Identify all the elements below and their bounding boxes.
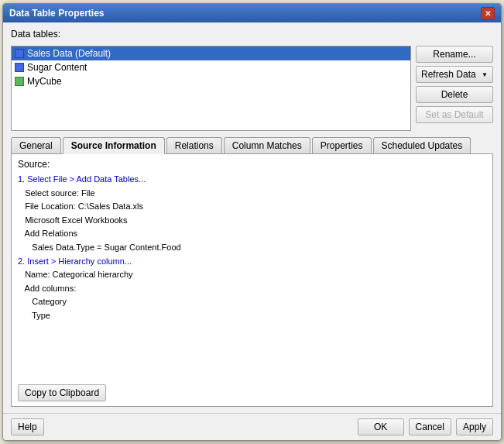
source-line: Type [18,309,486,323]
source-text-area: 1. Select File > Add Data Tables... Sele… [18,173,486,380]
list-item[interactable]: Sales Data (Default) [12,46,410,60]
dialog-title: Data Table Properties [9,8,104,19]
list-item-label: Sugar Content [27,62,87,73]
tab-column-matches[interactable]: Column Matches [224,137,310,153]
source-line: Category [18,295,486,309]
tabs-container: General Source Information Relations Col… [11,137,493,154]
title-bar: Data Table Properties ✕ [3,4,501,22]
list-item-label: Sales Data (Default) [27,48,111,59]
cancel-button[interactable]: Cancel [409,418,451,435]
tab-properties[interactable]: Properties [312,137,372,153]
list-item[interactable]: MyCube [12,74,410,88]
footer-right-buttons: OK Cancel Apply [358,418,493,435]
source-line: Add columns: [18,282,486,296]
refresh-data-button[interactable]: Refresh Data ▼ [416,66,493,83]
apply-button[interactable]: Apply [456,418,493,435]
tab-source-information[interactable]: Source Information [63,137,165,154]
dialog-window: Data Table Properties ✕ Data tables: Sal… [2,3,502,441]
data-tables-area: Sales Data (Default) Sugar Content MyCub… [11,46,493,131]
ok-button[interactable]: OK [358,418,404,435]
tab-relations[interactable]: Relations [166,137,222,153]
source-line: Select source: File [18,187,486,201]
source-line: File Location: C:\Sales Data.xls [18,200,486,214]
rename-button[interactable]: Rename... [416,46,493,63]
table-action-buttons: Rename... Refresh Data ▼ Delete Set as D… [416,46,493,131]
source-line: Name: Categorical hierarchy [18,268,486,282]
dropdown-arrow-icon: ▼ [482,71,488,78]
source-line: Microsoft Excel Workbooks [18,214,486,228]
copy-btn-row: Copy to Clipboard [18,384,486,401]
tabs-wrapper: General Source Information Relations Col… [11,136,493,407]
list-item[interactable]: Sugar Content [12,60,410,74]
help-button[interactable]: Help [11,418,44,435]
delete-button[interactable]: Delete [416,86,493,103]
tab-general[interactable]: General [11,137,61,153]
source-line: 2. Insert > Hierarchy column... [18,255,486,269]
source-line: Sales Data.Type = Sugar Content.Food [18,241,486,255]
copy-to-clipboard-button[interactable]: Copy to Clipboard [18,384,106,401]
data-tables-label: Data tables: [11,29,493,40]
dialog-content: Data tables: Sales Data (Default) Sugar … [3,22,501,413]
list-item-label: MyCube [27,76,62,87]
source-tab-content: Source: 1. Select File > Add Data Tables… [11,154,493,407]
dialog-footer: Help OK Cancel Apply [3,413,501,440]
table-icon [15,49,24,58]
source-label: Source: [18,159,486,170]
refresh-label: Refresh Data [421,69,476,80]
source-line: Add Relations [18,227,486,241]
cube-icon [15,77,24,86]
close-button[interactable]: ✕ [481,7,495,19]
table-icon [15,63,24,72]
tab-scheduled-updates[interactable]: Scheduled Updates [373,137,471,153]
data-tables-list[interactable]: Sales Data (Default) Sugar Content MyCub… [11,46,411,131]
source-line: 1. Select File > Add Data Tables... [18,173,486,187]
set-default-button[interactable]: Set as Default [416,106,493,123]
